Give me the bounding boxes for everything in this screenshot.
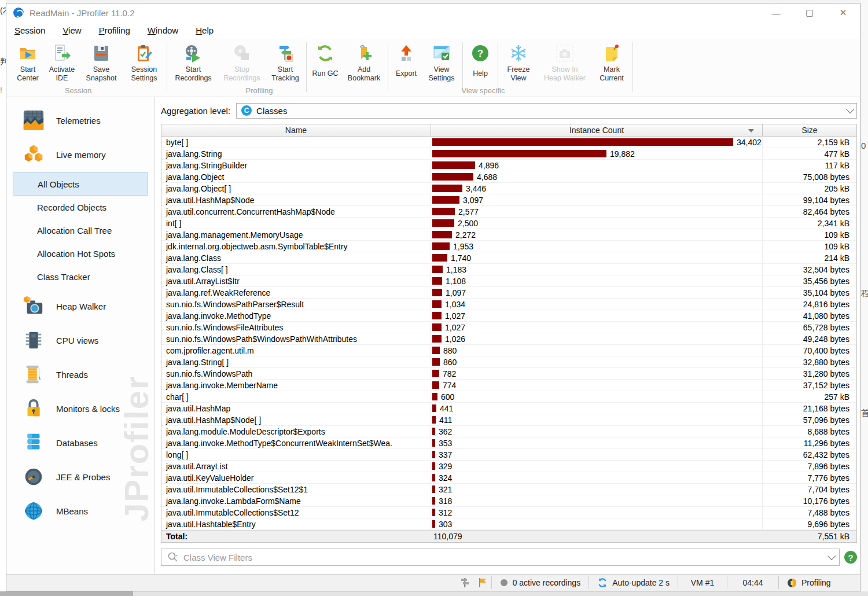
mark-current-button[interactable]: MarkCurrent xyxy=(593,42,631,83)
view-settings-button[interactable]: ViewSettings xyxy=(422,42,461,83)
sidebar-item-class-tracker[interactable]: Class Tracker xyxy=(13,265,148,288)
table-row[interactable]: java.util.HashMap 441 21,168 bytes xyxy=(161,403,856,414)
table-row[interactable]: java.util.concurrent.ConcurrentHashMap$N… xyxy=(161,206,856,218)
start-tracking-button[interactable]: StartTracking xyxy=(266,42,304,83)
table-row[interactable]: java.lang.String 19,882 477 kB xyxy=(161,148,856,160)
table-row[interactable]: java.lang.invoke.LambdaForm$Name 318 10,… xyxy=(161,495,856,507)
sidebar-item-recorded-objects[interactable]: Recorded Objects xyxy=(13,196,148,219)
minimize-button[interactable]: — xyxy=(759,3,793,22)
export-button[interactable]: Export xyxy=(390,42,422,83)
sidebar-item-allocation-call-tree[interactable]: Allocation Call Tree xyxy=(13,219,148,242)
instance-count-bar xyxy=(432,231,452,238)
table-row[interactable]: sun.nio.fs.WindowsPathParser$Result 1,03… xyxy=(161,299,856,310)
save-snapshot-button[interactable]: SaveSnapshot xyxy=(79,42,123,83)
run-gc-button[interactable]: Run GC xyxy=(308,42,342,83)
table-row[interactable]: java.lang.Class 1,740 214 kB xyxy=(161,252,856,264)
session-settings-button[interactable]: SessionSettings xyxy=(123,42,165,83)
column-header-size[interactable]: Size xyxy=(763,124,856,136)
table-row[interactable]: java.util.ImmutableCollections$Set12$1 3… xyxy=(161,484,856,495)
table-row[interactable]: java.lang.String[ ] 860 32,880 bytes xyxy=(161,356,856,368)
cell-instance-count: 2,500 xyxy=(431,218,763,229)
table-row[interactable]: byte[ ] 34,402 2,159 kB xyxy=(161,137,856,148)
auto-update-status[interactable]: Auto-update 2 s xyxy=(589,575,678,591)
background-text-fragment: 首 xyxy=(861,408,868,419)
active-recordings-status[interactable]: 0 active recordings xyxy=(492,575,589,591)
menu-session[interactable]: Session xyxy=(14,25,45,35)
table-row[interactable]: char[ ] 600 257 kB xyxy=(161,391,856,403)
table-row[interactable]: java.lang.management.MemoryUsage 2,272 1… xyxy=(161,229,856,241)
vm-indicator[interactable]: VM #1 xyxy=(678,575,727,591)
activate-ide-button[interactable]: ActivateIDE xyxy=(45,42,79,83)
table-row[interactable]: com.jprofiler.agent.util.m 880 70,400 by… xyxy=(161,345,856,356)
filter-help-icon[interactable]: ? xyxy=(844,551,857,564)
bookmark-flag-button[interactable] xyxy=(474,575,491,591)
menu-profiling[interactable]: Profiling xyxy=(99,25,130,35)
table-row[interactable]: java.util.Hashtable$Entry 303 9,696 byte… xyxy=(161,518,856,530)
table-row[interactable]: java.util.ArrayList$Itr 1,108 35,456 byt… xyxy=(161,275,856,287)
sidebar-item-heap-walker[interactable]: Heap Walker xyxy=(6,290,155,322)
menu-help[interactable]: Help xyxy=(196,25,214,35)
record-dot-icon xyxy=(500,579,508,587)
table-row[interactable]: java.lang.Object[ ] 3,446 205 kB xyxy=(161,183,856,194)
table-row[interactable]: java.util.ImmutableCollections$Set12 312… xyxy=(161,507,856,518)
instance-count-value: 880 xyxy=(443,346,457,355)
aggregation-level-combobox[interactable]: C Classes xyxy=(236,103,857,119)
table-row[interactable]: java.lang.ref.WeakReference 1,097 35,104… xyxy=(161,287,856,299)
sidebar-item-cpu-views[interactable]: CPU views xyxy=(6,324,155,356)
table-row[interactable]: java.util.HashMap$Node 3,097 99,104 byte… xyxy=(161,194,856,206)
tracking-status-button[interactable] xyxy=(455,575,474,591)
table-row[interactable]: sun.nio.fs.WindowsPath$WindowsPathWithAt… xyxy=(161,333,856,345)
start-recordings-button[interactable]: StartRecordings xyxy=(169,42,218,83)
sidebar-item-monitors-locks[interactable]: Monitors & locks xyxy=(6,392,155,425)
cell-instance-count: 312 xyxy=(431,507,763,518)
menu-view[interactable]: View xyxy=(62,25,81,35)
table-row[interactable]: sun.nio.fs.WindowsPath 782 31,280 bytes xyxy=(161,368,856,380)
table-row[interactable]: java.lang.Class[ ] 1,183 32,504 bytes xyxy=(161,264,856,275)
sidebar-item-jee-probes[interactable]: JEE & Probes xyxy=(6,461,155,493)
table-row[interactable]: long[ ] 337 62,432 bytes xyxy=(161,449,856,461)
table-row[interactable]: java.util.ArrayList 329 7,896 bytes xyxy=(161,461,856,472)
freeze-view-button[interactable]: FreezeView xyxy=(500,42,537,83)
sidebar-item-all-objects[interactable]: All Objects xyxy=(13,172,148,196)
table-row[interactable]: jdk.internal.org.objectweb.asm.SymbolTab… xyxy=(161,241,856,252)
threads-icon xyxy=(23,363,45,385)
column-header-instance-count[interactable]: Instance Count xyxy=(431,124,763,136)
sidebar-item-threads[interactable]: Threads xyxy=(6,358,155,391)
cell-size: 7,896 bytes xyxy=(763,461,856,472)
help-button[interactable]: ? Help xyxy=(465,42,496,83)
table-row[interactable]: java.util.KeyValueHolder 324 7,776 bytes xyxy=(161,472,856,484)
table-total-row: Total: 110,079 7,551 kB xyxy=(161,530,857,543)
chevron-down-icon[interactable] xyxy=(827,552,836,560)
table-row[interactable]: sun.nio.fs.WindowsFileAttributes 1,027 6… xyxy=(161,322,856,333)
add-bookmark-button[interactable]: AddBookmark xyxy=(342,42,386,83)
cell-class-name: jdk.internal.org.objectweb.asm.SymbolTab… xyxy=(161,241,431,252)
class-view-filters-input[interactable]: Class View Filters xyxy=(161,549,840,566)
profiling-mode-indicator[interactable]: Profiling xyxy=(779,575,860,591)
maximize-button[interactable]: ▢ xyxy=(793,3,826,22)
cell-class-name: sun.nio.fs.WindowsPath$WindowsPathWithAt… xyxy=(161,333,431,344)
start-center-button[interactable]: StartCenter xyxy=(11,42,45,83)
table-row[interactable]: java.lang.StringBuilder 4,896 117 kB xyxy=(161,160,856,171)
cell-class-name: long[ ] xyxy=(161,449,431,460)
table-row[interactable]: java.lang.invoke.MethodType$ConcurrentWe… xyxy=(161,437,856,449)
table-row[interactable]: java.lang.invoke.MethodType 1,027 41,080… xyxy=(161,310,856,322)
cell-instance-count: 324 xyxy=(431,472,763,483)
live-memory-icon xyxy=(23,144,45,165)
sidebar-item-mbeans[interactable]: MBeans xyxy=(6,495,155,527)
sidebar-item-allocation-hot-spots[interactable]: Allocation Hot Spots xyxy=(13,242,148,265)
table-row[interactable]: java.lang.invoke.MemberName 774 37,152 b… xyxy=(161,380,856,391)
cell-instance-count: 1,740 xyxy=(431,252,763,263)
menu-window[interactable]: Window xyxy=(148,25,178,35)
table-row[interactable]: java.lang.Object 4,688 75,008 bytes xyxy=(161,171,856,183)
titlebar[interactable]: ReadMain - JProfiler 11.0.2 — ▢ ✕ xyxy=(6,3,860,22)
cell-instance-count: 1,027 xyxy=(431,310,763,321)
sidebar-item-live-memory[interactable]: Live memory xyxy=(6,138,155,171)
cell-instance-count: 3,097 xyxy=(431,194,763,205)
table-row[interactable]: java.lang.module.ModuleDescriptor$Export… xyxy=(161,426,856,437)
sidebar-item-databases[interactable]: Databases xyxy=(6,426,155,459)
sidebar-item-telemetries[interactable]: Telemetries xyxy=(6,104,155,137)
close-button[interactable]: ✕ xyxy=(826,3,860,22)
column-header-name[interactable]: Name xyxy=(161,124,431,136)
table-row[interactable]: int[ ] 2,500 2,341 kB xyxy=(161,218,856,229)
table-row[interactable]: java.util.HashMap$Node[ ] 411 57,096 byt… xyxy=(161,414,856,426)
